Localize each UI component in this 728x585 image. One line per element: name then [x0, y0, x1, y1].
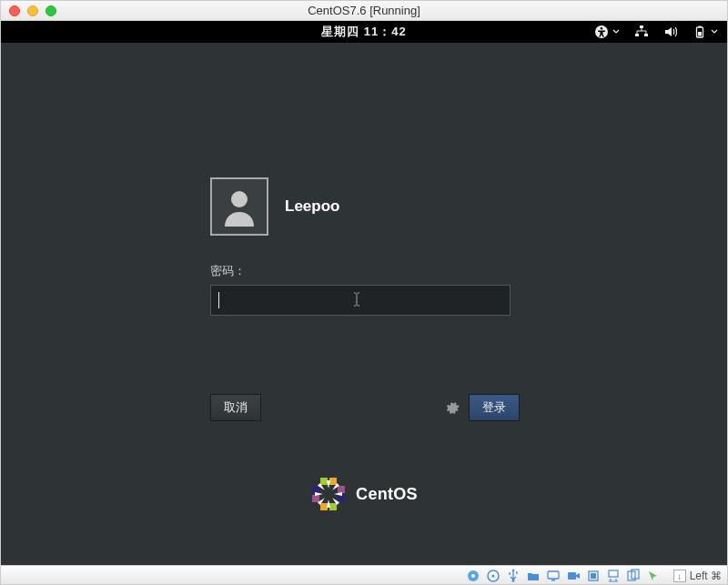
window-controls: [1, 5, 56, 16]
svg-rect-12: [338, 495, 345, 502]
clock[interactable]: 星期四 11：42: [321, 24, 407, 40]
vbox-clipboard-icon[interactable]: [626, 569, 641, 583]
vbox-recording-icon[interactable]: [566, 569, 581, 583]
username-label: Leepoo: [285, 197, 339, 216]
status-area[interactable]: [594, 21, 718, 43]
svg-point-21: [511, 570, 514, 572]
action-row: 取消 登录: [210, 394, 520, 421]
login-button[interactable]: 登录: [469, 394, 520, 421]
host-key-indicator-icon: ↓: [673, 570, 686, 582]
svg-rect-2: [640, 25, 643, 28]
svg-rect-24: [551, 580, 555, 581]
svg-rect-23: [548, 571, 559, 579]
vbox-display-icon[interactable]: [546, 569, 561, 583]
svg-rect-25: [568, 572, 576, 580]
vbox-network-icon[interactable]: [606, 569, 621, 583]
svg-rect-10: [329, 478, 337, 485]
vbox-mouse-integration-icon[interactable]: [646, 569, 661, 583]
svg-rect-28: [609, 570, 618, 577]
login-panel: Leepoo 密码：: [210, 177, 520, 316]
svg-rect-9: [320, 478, 328, 485]
vbox-host-key[interactable]: ↓ Left ⌘: [673, 570, 722, 582]
accessibility-icon[interactable]: [594, 25, 620, 39]
text-caret: [218, 292, 219, 308]
svg-point-8: [231, 191, 248, 207]
battery-icon[interactable]: [693, 25, 718, 39]
vbox-shared-folder-icon[interactable]: [526, 569, 541, 583]
vbox-hdd-icon[interactable]: [466, 569, 480, 583]
svg-rect-14: [320, 503, 328, 510]
cancel-button-label: 取消: [224, 399, 248, 416]
svg-rect-16: [312, 486, 319, 493]
guest-screen: 星期四 11：42 Leepoo 密码：: [1, 21, 727, 565]
svg-rect-27: [591, 573, 596, 579]
close-window-button[interactable]: [9, 5, 20, 16]
mac-titlebar: CentOS7.6 [Running]: [1, 1, 727, 21]
volume-icon[interactable]: [663, 25, 678, 39]
centos-logo-text: CentOS: [356, 485, 418, 504]
user-avatar[interactable]: [210, 177, 268, 236]
svg-point-18: [471, 574, 475, 578]
svg-point-1: [601, 27, 603, 30]
login-button-label: 登录: [482, 399, 506, 416]
cancel-button[interactable]: 取消: [210, 394, 261, 421]
svg-rect-4: [644, 34, 648, 36]
ibeam-cursor-icon: [352, 292, 361, 309]
gnome-top-bar: 星期四 11：42: [1, 21, 727, 43]
svg-rect-7: [698, 32, 702, 36]
virtualbox-status-bar: ↓ Left ⌘: [1, 565, 727, 585]
session-options-button[interactable]: [445, 400, 460, 415]
user-row: Leepoo: [210, 177, 520, 236]
svg-rect-13: [329, 503, 337, 510]
svg-point-20: [491, 575, 494, 578]
vbox-usb-icon[interactable]: [506, 569, 521, 583]
svg-rect-3: [635, 34, 639, 36]
svg-rect-15: [312, 495, 319, 502]
password-input[interactable]: [210, 285, 511, 316]
branding: CentOS: [1, 476, 727, 512]
centos-logo-icon: [310, 476, 347, 512]
svg-rect-11: [338, 486, 345, 493]
minimize-window-button[interactable]: [27, 5, 38, 16]
zoom-window-button[interactable]: [46, 5, 56, 16]
vbox-optical-icon[interactable]: [486, 569, 500, 583]
svg-rect-22: [511, 580, 514, 582]
vbox-audio-icon[interactable]: [586, 569, 601, 583]
network-icon[interactable]: [634, 25, 649, 39]
window-title: CentOS7.6 [Running]: [1, 4, 727, 17]
password-label: 密码：: [210, 263, 520, 279]
host-key-label: Left ⌘: [690, 570, 722, 582]
svg-rect-6: [699, 26, 702, 28]
